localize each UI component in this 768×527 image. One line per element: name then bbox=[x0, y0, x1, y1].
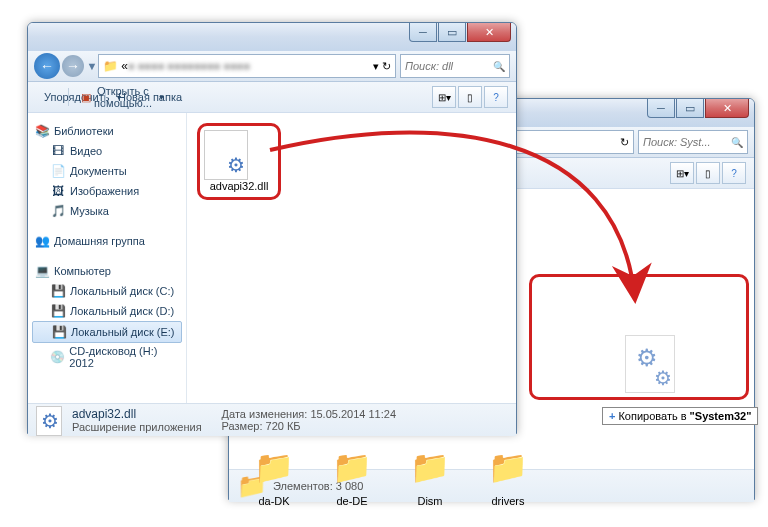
help-button[interactable]: ? bbox=[722, 162, 746, 184]
folder-item[interactable]: 📁da-DK bbox=[239, 443, 309, 508]
folder-item[interactable]: 📁de-DE bbox=[317, 443, 387, 508]
open-with-button[interactable]: ▣Открыть с помощью... bbox=[73, 81, 101, 113]
search-input[interactable]: Поиск: Syst... bbox=[638, 130, 748, 154]
drop-tooltip: + Копировать в "System32" bbox=[602, 407, 758, 425]
view-button[interactable]: ⊞▾ bbox=[670, 162, 694, 184]
documents-icon: 📄 bbox=[50, 163, 66, 179]
preview-pane-button[interactable]: ▯ bbox=[458, 86, 482, 108]
sidebar-disk-e[interactable]: 💾Локальный диск (E:) bbox=[32, 321, 182, 343]
preview-pane-button[interactable]: ▯ bbox=[696, 162, 720, 184]
file-advapi32[interactable]: advapi32.dll bbox=[204, 130, 274, 193]
nav-back-button[interactable]: ← bbox=[34, 53, 60, 79]
toolbar: Упорядочить ▣Открыть с помощью... Новая … bbox=[28, 82, 516, 113]
plus-icon: + bbox=[609, 410, 615, 422]
close-button[interactable]: ✕ bbox=[467, 23, 511, 42]
dll-icon bbox=[204, 130, 248, 180]
nav-forward-button[interactable]: → bbox=[62, 55, 84, 77]
dll-icon bbox=[36, 406, 64, 434]
disk-icon: 💾 bbox=[50, 303, 66, 319]
status-filetype: Расширение приложения bbox=[72, 421, 202, 433]
sidebar-music[interactable]: 🎵Музыка bbox=[32, 201, 182, 221]
sidebar-computer[interactable]: 💻Компьютер bbox=[32, 261, 182, 281]
images-icon: 🖼 bbox=[50, 183, 66, 199]
cd-icon: 💿 bbox=[50, 349, 65, 365]
sidebar-documents[interactable]: 📄Документы bbox=[32, 161, 182, 181]
explorer-window-source[interactable]: ─ ▭ ✕ ← → ▼ 📁 «■ ■■■■ ■■■■■■■■ ■■■■▾ ↻ П… bbox=[27, 22, 517, 434]
address-bar: ← → ▼ 📁 «■ ■■■■ ■■■■■■■■ ■■■■▾ ↻ Поиск: … bbox=[28, 51, 516, 82]
view-button[interactable]: ⊞▾ bbox=[432, 86, 456, 108]
sidebar-libraries[interactable]: 📚Библиотеки bbox=[32, 121, 182, 141]
maximize-button[interactable]: ▭ bbox=[676, 99, 704, 118]
disk-icon: 💾 bbox=[50, 283, 66, 299]
status-bar: advapi32.dll Расширение приложения Дата … bbox=[28, 403, 516, 436]
close-button[interactable]: ✕ bbox=[705, 99, 749, 118]
sidebar-disk-c[interactable]: 💾Локальный диск (C:) bbox=[32, 281, 182, 301]
libraries-icon: 📚 bbox=[34, 123, 50, 139]
path-input[interactable]: 📁 «■ ■■■■ ■■■■■■■■ ■■■■▾ ↻ bbox=[98, 54, 396, 78]
maximize-button[interactable]: ▭ bbox=[438, 23, 466, 42]
new-folder-button[interactable]: Новая папка bbox=[110, 87, 190, 107]
folder-item[interactable]: 📁Dism bbox=[395, 443, 465, 508]
status-filename: advapi32.dll bbox=[72, 407, 202, 421]
navigation-pane[interactable]: 📚Библиотеки 🎞Видео 📄Документы 🖼Изображен… bbox=[28, 113, 187, 403]
help-button[interactable]: ? bbox=[484, 86, 508, 108]
titlebar[interactable]: ─ ▭ ✕ bbox=[28, 23, 516, 51]
sidebar-images[interactable]: 🖼Изображения bbox=[32, 181, 182, 201]
organize-button[interactable]: Упорядочить bbox=[36, 87, 64, 107]
folder-item[interactable]: 📁drivers bbox=[473, 443, 543, 508]
nav-history-dropdown[interactable]: ▼ bbox=[86, 60, 98, 72]
minimize-button[interactable]: ─ bbox=[409, 23, 437, 42]
sidebar-disk-d[interactable]: 💾Локальный диск (D:) bbox=[32, 301, 182, 321]
sidebar-cd-h[interactable]: 💿CD-дисковод (H:) 2012 bbox=[32, 343, 182, 371]
drag-ghost-icon: ⚙ bbox=[625, 335, 675, 393]
homegroup-icon: 👥 bbox=[34, 233, 50, 249]
sidebar-homegroup[interactable]: 👥Домашняя группа bbox=[32, 231, 182, 251]
disk-icon: 💾 bbox=[51, 324, 67, 340]
minimize-button[interactable]: ─ bbox=[647, 99, 675, 118]
computer-icon: 💻 bbox=[34, 263, 50, 279]
sidebar-video[interactable]: 🎞Видео bbox=[32, 141, 182, 161]
music-icon: 🎵 bbox=[50, 203, 66, 219]
video-icon: 🎞 bbox=[50, 143, 66, 159]
highlight-source-file: advapi32.dll bbox=[197, 123, 281, 200]
file-list[interactable]: advapi32.dll bbox=[187, 113, 516, 403]
search-input[interactable]: Поиск: dll bbox=[400, 54, 510, 78]
